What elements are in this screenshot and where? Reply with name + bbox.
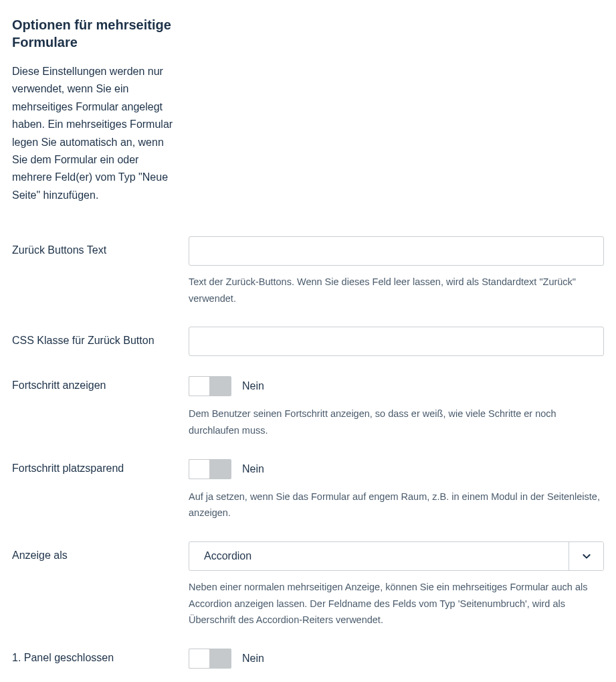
first-panel-closed-label: 1. Panel geschlossen	[12, 652, 114, 663]
back-button-text-label: Zurück Buttons Text	[12, 244, 106, 256]
progress-compact-toggle[interactable]	[189, 459, 231, 479]
display-as-select[interactable]: Accordion	[189, 541, 604, 571]
progress-compact-label: Fortschritt platzsparend	[12, 462, 124, 474]
field-row-show-progress: Fortschritt anzeigen Nein Dem Benutzer s…	[12, 376, 604, 438]
css-class-back-input[interactable]	[189, 327, 604, 356]
field-row-css-class-back: CSS Klasse für Zurück Button	[12, 327, 604, 356]
progress-compact-help: Auf ja setzen, wenn Sie das Formular auf…	[189, 489, 604, 521]
first-panel-closed-state: Nein	[242, 653, 264, 665]
css-class-back-label: CSS Klasse für Zurück Button	[12, 335, 155, 346]
toggle-knob	[189, 649, 210, 669]
show-progress-label: Fortschritt anzeigen	[12, 379, 106, 391]
field-row-display-as: Anzeige als Accordion Neben einer normal…	[12, 541, 604, 628]
progress-compact-state: Nein	[242, 463, 264, 475]
display-as-help: Neben einer normalen mehrseitigen Anzeig…	[189, 579, 604, 628]
back-button-text-help: Text der Zurück-Buttons. Wenn Sie dieses…	[189, 274, 604, 307]
multipage-form-options: Optionen für mehrseitige Formulare Diese…	[12, 16, 604, 682]
first-panel-closed-help: 1. Accordion-Panel beim Laden der Seite …	[189, 678, 604, 682]
section-title: Optionen für mehrseitige Formulare	[12, 16, 178, 51]
back-button-text-input[interactable]	[189, 236, 604, 266]
chevron-down-icon	[581, 551, 592, 562]
toggle-knob	[189, 376, 210, 396]
section-header: Optionen für mehrseitige Formulare Diese…	[12, 16, 178, 204]
field-row-first-panel-closed: 1. Panel geschlossen Nein 1. Accordion-P…	[12, 649, 604, 682]
display-as-selected-value: Accordion	[189, 550, 569, 562]
field-row-progress-compact: Fortschritt platzsparend Nein Auf ja set…	[12, 459, 604, 521]
show-progress-toggle[interactable]	[189, 376, 231, 396]
section-description: Diese Einstellungen werden nur verwendet…	[12, 63, 178, 204]
first-panel-closed-toggle[interactable]	[189, 649, 231, 669]
select-chevron-box	[569, 542, 603, 570]
show-progress-state: Nein	[242, 380, 264, 392]
toggle-knob	[189, 459, 210, 479]
field-row-back-button-text: Zurück Buttons Text Text der Zurück-Butt…	[12, 236, 604, 307]
display-as-label: Anzeige als	[12, 549, 68, 561]
show-progress-help: Dem Benutzer seinen Fortschritt anzeigen…	[189, 406, 604, 438]
